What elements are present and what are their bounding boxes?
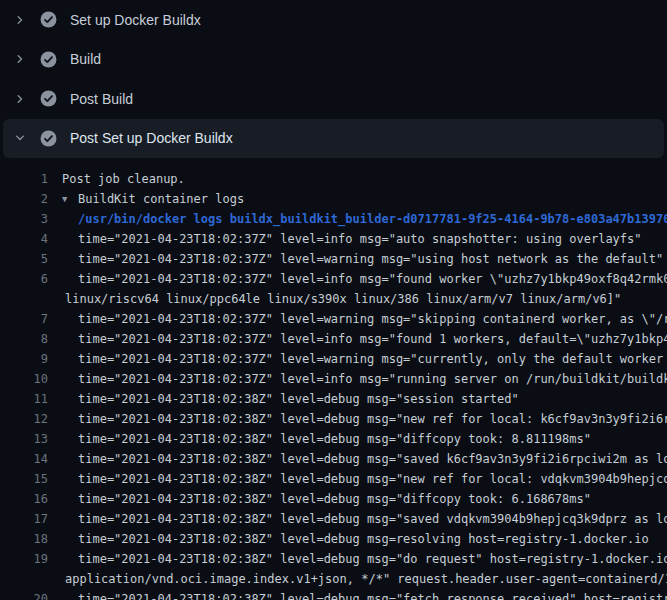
log-text: time="2021-04-23T18:02:38Z" level=debug … [78, 529, 649, 549]
chevron-right-icon[interactable] [12, 91, 28, 107]
log-row: 6time="2021-04-23T18:02:37Z" level=info … [0, 269, 667, 289]
log-viewer: 1Post job cleanup.2▼BuildKit container l… [0, 158, 667, 600]
line-number[interactable]: 8 [0, 329, 48, 349]
line-number[interactable]: 17 [0, 509, 48, 529]
check-circle-icon [40, 130, 57, 147]
step-row-build[interactable]: Build [0, 40, 667, 80]
log-row: 7time="2021-04-23T18:02:37Z" level=warni… [0, 309, 667, 329]
log-row: 4time="2021-04-23T18:02:37Z" level=info … [0, 229, 667, 249]
step-row-post-set-up-docker-buildx[interactable]: Post Set up Docker Buildx [3, 119, 664, 159]
line-number[interactable]: 7 [0, 309, 48, 329]
log-text: time="2021-04-23T18:02:37Z" level=info m… [78, 369, 667, 389]
log-row: linux/riscv64 linux/ppc64le linux/s390x … [0, 289, 667, 309]
line-number[interactable]: 9 [0, 349, 48, 369]
log-row: 11time="2021-04-23T18:02:38Z" level=debu… [0, 389, 667, 409]
log-row: 10time="2021-04-23T18:02:37Z" level=info… [0, 369, 667, 389]
step-label: Set up Docker Buildx [70, 12, 201, 28]
check-circle-icon [40, 90, 57, 107]
line-number[interactable]: 2 [0, 189, 48, 209]
log-row: 3/usr/bin/docker logs buildx_buildkit_bu… [0, 209, 667, 229]
line-number[interactable]: 6 [0, 269, 48, 289]
check-circle-icon [40, 51, 57, 68]
log-text: time="2021-04-23T18:02:37Z" level=warnin… [78, 349, 667, 369]
log-row: 12time="2021-04-23T18:02:38Z" level=debu… [0, 409, 667, 429]
line-number[interactable]: 10 [0, 369, 48, 389]
log-row: application/vnd.oci.image.index.v1+json,… [0, 569, 667, 589]
line-number[interactable]: 3 [0, 209, 48, 229]
chevron-right-icon[interactable] [12, 12, 28, 28]
log-text: Post job cleanup. [62, 169, 185, 189]
step-row-post-build[interactable]: Post Build [0, 79, 667, 119]
log-row: 17time="2021-04-23T18:02:38Z" level=debu… [0, 509, 667, 529]
line-number[interactable]: 20 [0, 589, 48, 600]
log-row: 19time="2021-04-23T18:02:38Z" level=debu… [0, 549, 667, 569]
log-text: time="2021-04-23T18:02:38Z" level=debug … [78, 549, 667, 569]
line-number[interactable]: 13 [0, 429, 48, 449]
check-circle-icon [40, 11, 57, 28]
chevron-right-icon[interactable] [12, 51, 28, 67]
step-label: Post Set up Docker Buildx [70, 130, 233, 146]
log-row: 5time="2021-04-23T18:02:37Z" level=warni… [0, 249, 667, 269]
triangle-down-icon[interactable]: ▼ [62, 189, 78, 209]
log-row: 18time="2021-04-23T18:02:38Z" level=debu… [0, 529, 667, 549]
log-row: 8time="2021-04-23T18:02:37Z" level=info … [0, 329, 667, 349]
log-row: 16time="2021-04-23T18:02:38Z" level=debu… [0, 489, 667, 509]
log-text: time="2021-04-23T18:02:37Z" level=warnin… [78, 309, 667, 329]
log-row: 14time="2021-04-23T18:02:38Z" level=debu… [0, 449, 667, 469]
log-text: time="2021-04-23T18:02:38Z" level=debug … [78, 469, 667, 489]
line-number[interactable]: 16 [0, 489, 48, 509]
log-command-text: /usr/bin/docker logs buildx_buildkit_bui… [78, 209, 667, 229]
log-row: 20time="2021-04-23T18:02:38Z" level=debu… [0, 589, 667, 600]
line-number[interactable]: 4 [0, 229, 48, 249]
line-number[interactable]: 12 [0, 409, 48, 429]
log-row: 15time="2021-04-23T18:02:38Z" level=debu… [0, 469, 667, 489]
log-text: time="2021-04-23T18:02:38Z" level=debug … [78, 509, 667, 529]
line-number[interactable]: 18 [0, 529, 48, 549]
log-row: 9time="2021-04-23T18:02:37Z" level=warni… [0, 349, 667, 369]
log-text: time="2021-04-23T18:02:38Z" level=debug … [78, 449, 667, 469]
log-text: application/vnd.oci.image.index.v1+json,… [65, 569, 667, 589]
line-number[interactable]: 11 [0, 389, 48, 409]
log-text: time="2021-04-23T18:02:38Z" level=debug … [78, 489, 591, 509]
log-text: time="2021-04-23T18:02:38Z" level=debug … [78, 429, 591, 449]
step-row-set-up-docker-buildx[interactable]: Set up Docker Buildx [0, 0, 667, 40]
log-text: time="2021-04-23T18:02:38Z" level=debug … [78, 409, 667, 429]
log-row: 2▼BuildKit container logs [0, 189, 667, 209]
log-text: time="2021-04-23T18:02:37Z" level=info m… [78, 329, 667, 349]
log-row: 1Post job cleanup. [0, 169, 667, 189]
chevron-down-icon[interactable] [12, 130, 28, 146]
log-text[interactable]: BuildKit container logs [78, 189, 244, 209]
line-number[interactable]: 1 [0, 169, 48, 189]
log-text: time="2021-04-23T18:02:37Z" level=info m… [78, 229, 642, 249]
log-text: time="2021-04-23T18:02:38Z" level=debug … [78, 389, 519, 409]
line-number[interactable]: 15 [0, 469, 48, 489]
step-label: Build [70, 51, 101, 67]
line-number[interactable]: 5 [0, 249, 48, 269]
log-text: time="2021-04-23T18:02:37Z" level=info m… [78, 269, 667, 289]
step-label: Post Build [70, 91, 133, 107]
log-text: time="2021-04-23T18:02:38Z" level=debug … [78, 589, 667, 600]
line-number[interactable]: 19 [0, 549, 48, 569]
log-row: 13time="2021-04-23T18:02:38Z" level=debu… [0, 429, 667, 449]
log-text: linux/riscv64 linux/ppc64le linux/s390x … [65, 289, 621, 309]
line-number [0, 569, 48, 589]
log-text: time="2021-04-23T18:02:37Z" level=warnin… [78, 249, 663, 269]
line-number[interactable]: 14 [0, 449, 48, 469]
line-number [0, 289, 48, 309]
steps-list: Set up Docker BuildxBuildPost BuildPost … [0, 0, 667, 158]
